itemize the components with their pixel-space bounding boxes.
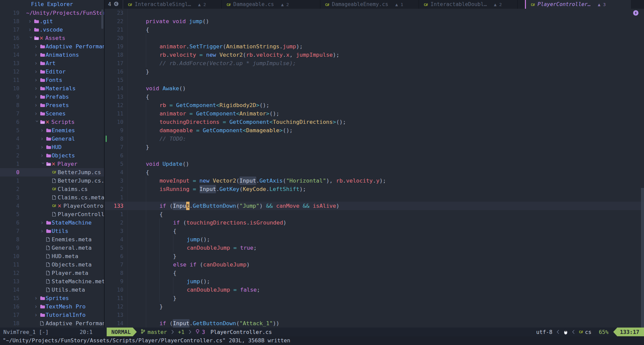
- code-line[interactable]: 10touchingDirections = GetComponent<Touc…: [105, 118, 644, 126]
- code-line[interactable]: 20: [105, 34, 644, 42]
- code-line[interactable]: 12rb = GetComponent<Rigidbody2D>();: [105, 101, 644, 109]
- tab-damageableenemy-cs[interactable]: C#DamageableEnemy.cs▲ 1: [320, 0, 419, 9]
- code-line[interactable]: 12}: [105, 302, 644, 311]
- tree-item-folder[interactable]: 4›General: [0, 135, 104, 143]
- code-line[interactable]: 13: [105, 311, 644, 319]
- code-line[interactable]: 5canDoubleJump = true;: [105, 244, 644, 252]
- code-line[interactable]: 7}: [105, 143, 644, 151]
- tree-item-folder[interactable]: 1›Player: [0, 160, 104, 168]
- code-line[interactable]: 14if (Input.GetButtonDown("Attack_1")): [105, 319, 644, 328]
- code-line[interactable]: 3{: [105, 227, 644, 235]
- tree-item-file[interactable]: 10 HUD.meta: [0, 252, 104, 260]
- tab-list: C#InteractableSingl…▲ 2C#Damageable.cs▲ …: [123, 0, 644, 9]
- tree-item-file[interactable]: 11 Objects.meta: [0, 260, 104, 269]
- tree-item-folder[interactable]: 11›Fonts: [0, 76, 104, 84]
- code-line[interactable]: 15: [105, 76, 644, 84]
- code-line[interactable]: 8{: [105, 269, 644, 277]
- code-line[interactable]: 22private void jump(): [105, 17, 644, 26]
- tab-damageable-cs[interactable]: C#Damageable.cs▲ 2: [222, 0, 320, 9]
- code-line[interactable]: 23: [105, 9, 644, 17]
- tree-item-folder[interactable]: 15›Adaptive Performan: [0, 42, 104, 51]
- tree-item-folder[interactable]: 6›StateMachine: [0, 218, 104, 227]
- tree-root-row[interactable]: 19~/Unity/Projects/FunStor: [0, 9, 104, 17]
- code-line[interactable]: 16}: [105, 67, 644, 76]
- code-line[interactable]: 1{: [105, 210, 644, 218]
- tree-item-folder[interactable]: 14›Animations: [0, 51, 104, 59]
- tree-item-folder[interactable]: 16›TextMesh Pro: [0, 302, 104, 311]
- code-line[interactable]: 5void Update(): [105, 160, 644, 168]
- code-line[interactable]: 6: [105, 151, 644, 160]
- tab-playercontroller-[interactable]: C#PlayerController…▲ 3: [525, 0, 631, 9]
- tree-item-folder[interactable]: 15›Sprites: [0, 294, 104, 302]
- tree-item-folder[interactable]: 8›Presets: [0, 101, 104, 109]
- tree-item-file[interactable]: 8 Enemies.meta: [0, 235, 104, 244]
- csharp-icon: C#: [579, 330, 583, 334]
- tab-label: InteractableSingl…: [135, 1, 191, 7]
- code-line[interactable]: 13{: [105, 93, 644, 101]
- tree-item-folder[interactable]: 12›Editor: [0, 67, 104, 76]
- code-line[interactable]: 4jump();: [105, 235, 644, 244]
- code-line[interactable]: 3moveInput = new Vector2(Input.GetAxis("…: [105, 177, 644, 185]
- tree-item-folder[interactable]: 16›Assets: [0, 34, 104, 42]
- sign-column: [105, 260, 108, 269]
- tree-item-file[interactable]: 18 Adaptive Performan: [0, 319, 104, 328]
- code-line[interactable]: 8// TODO:: [105, 135, 644, 143]
- tree-item-folder[interactable]: 10›Materials: [0, 84, 104, 93]
- code-line[interactable]: 2isRunning = Input.GetKey(KeyCode.LeftSh…: [105, 185, 644, 193]
- tree-item-file[interactable]: 0 C#BetterJump.cs: [0, 168, 104, 177]
- tree-item-folder[interactable]: 5›Enemies: [0, 126, 104, 135]
- git-added-count: +1: [178, 329, 184, 335]
- tab-interactablesingl-[interactable]: C#InteractableSingl…▲ 2: [123, 0, 222, 9]
- code-line[interactable]: 9jump();: [105, 277, 644, 286]
- line-number: 13: [108, 93, 123, 101]
- code-line[interactable]: 133if (Input.GetButtonDown("Jump") && ca…: [105, 202, 644, 210]
- code-line[interactable]: 21{: [105, 26, 644, 34]
- code-line[interactable]: 4{: [105, 168, 644, 177]
- code-line[interactable]: 10canDoubleJump = false;: [105, 286, 644, 294]
- editor-scrollbar-thumb[interactable]: [641, 188, 644, 328]
- code-line[interactable]: 11animator = GetComponent<Animator>();: [105, 109, 644, 118]
- code-line[interactable]: 17// rb.AddForce(Vector2.up * jumpImpuls…: [105, 59, 644, 67]
- code-line[interactable]: 7else if (canDoubleJump): [105, 260, 644, 269]
- tree-item-file[interactable]: 5 PlayerControll: [0, 210, 104, 218]
- line-number: 4: [108, 235, 123, 244]
- tree-item-folder[interactable]: 17›TutorialInfo: [0, 311, 104, 319]
- tree-item-folder[interactable]: 3›HUD: [0, 143, 104, 151]
- tree-item-file[interactable]: 1 BetterJump.cs.: [0, 177, 104, 185]
- folder-icon: [46, 153, 52, 158]
- lightning-bolt-icon[interactable]: [633, 10, 639, 16]
- sidebar-scrollbar-thumb[interactable]: [101, 9, 103, 29]
- code-line[interactable]: 18rb.velocity = new Vector2(rb.velocity.…: [105, 51, 644, 59]
- indent-guide: [146, 277, 160, 286]
- code-line[interactable]: 9damageable = GetComponent<Damageable>()…: [105, 126, 644, 135]
- tree-item-folder[interactable]: 2›Objects: [0, 151, 104, 160]
- tree-item-folder[interactable]: 17›.vscode: [0, 26, 104, 34]
- tree-item-file[interactable]: 2 C#Claims.cs: [0, 185, 104, 193]
- line-number: 20: [108, 34, 123, 42]
- tree-item-file[interactable]: 4 C#PlayerContro: [0, 202, 104, 210]
- line-number: 9: [108, 277, 123, 286]
- tree-item-folder[interactable]: 7›Scenes: [0, 109, 104, 118]
- tab-interactabledoubl-[interactable]: C#InteractableDoubl…▲ 2: [419, 0, 518, 9]
- code-line[interactable]: 2if (touchingDirections.isGrounded): [105, 218, 644, 227]
- code-line[interactable]: 1: [105, 193, 644, 202]
- circle-left-arrow-icon[interactable]: [114, 1, 119, 8]
- tree-line-number: 1: [0, 177, 23, 185]
- folder-name: StateMachine: [52, 218, 92, 227]
- tree-item-file[interactable]: 9 General.meta: [0, 244, 104, 252]
- tree-item-file[interactable]: 12 Player.meta: [0, 269, 104, 277]
- tree-item-folder[interactable]: 13›Art: [0, 59, 104, 67]
- code-line[interactable]: 11}: [105, 294, 644, 302]
- code-line[interactable]: 19animator.SetTrigger(AnimationStrings.j…: [105, 42, 644, 51]
- code-line[interactable]: 6}: [105, 252, 644, 260]
- tree-item-file[interactable]: 13 StateMachine.met: [0, 277, 104, 286]
- tree-item-folder[interactable]: 9›Prefabs: [0, 93, 104, 101]
- chevron-right-icon: ›: [34, 42, 40, 51]
- file-icon: [46, 245, 52, 250]
- code-line[interactable]: 14void Awake(): [105, 84, 644, 93]
- tree-item-folder[interactable]: 18›.git: [0, 17, 104, 26]
- tree-item-folder[interactable]: 6›Scripts: [0, 118, 104, 126]
- tree-item-file[interactable]: 3 Claims.cs.meta: [0, 193, 104, 202]
- tree-item-folder[interactable]: 7›Utils: [0, 227, 104, 235]
- tree-item-file[interactable]: 14 Utils.meta: [0, 286, 104, 294]
